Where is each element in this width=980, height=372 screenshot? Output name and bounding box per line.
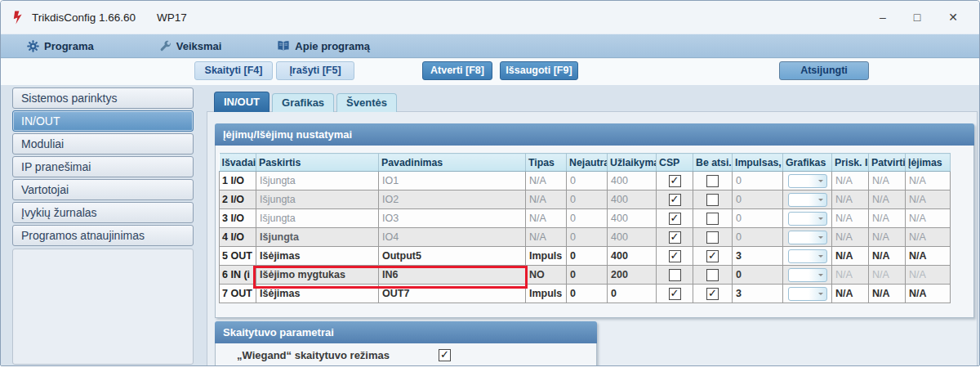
delay-cell-container[interactable]: 400: [608, 190, 657, 209]
delay-cell-container[interactable]: 400: [608, 172, 657, 190]
sensitivity-cell-container[interactable]: 0: [567, 247, 608, 266]
tab-grafikas[interactable]: Grafikas: [272, 93, 334, 112]
no-ack-checkbox-container[interactable]: [693, 247, 733, 266]
pulse-cell-container[interactable]: 0: [733, 209, 783, 228]
no-ack-checkbox-container[interactable]: [693, 285, 733, 303]
name-cell-container[interactable]: IO1: [379, 172, 526, 190]
sensitivity-cell-container[interactable]: 0: [567, 285, 608, 303]
purpose-cell-container[interactable]: Išjungta: [256, 190, 379, 209]
disconnect-button[interactable]: Atsijungti: [779, 61, 869, 80]
pulse-cell-container[interactable]: 0: [733, 228, 783, 247]
csp-checkbox-container[interactable]: [657, 247, 693, 266]
purpose-cell-container[interactable]: Išjungta: [256, 172, 379, 190]
sensitivity-cell-container[interactable]: 0: [567, 190, 608, 209]
sidebar-item-programos-atnaujinimas[interactable]: Programos atnaujinimas: [12, 225, 194, 246]
csp-checkbox[interactable]: [669, 194, 681, 206]
open-button[interactable]: Atverti [F8]: [422, 61, 492, 80]
csp-checkbox-container[interactable]: [657, 266, 693, 285]
csp-checkbox[interactable]: [669, 213, 681, 225]
grafikas-dropdown[interactable]: [788, 249, 827, 263]
sensitivity-cell-container[interactable]: 0: [567, 266, 608, 285]
grafikas-dropdown-container[interactable]: [783, 190, 832, 209]
no-ack-checkbox-container[interactable]: [693, 209, 733, 228]
grafikas-dropdown-container[interactable]: [783, 266, 832, 285]
csp-checkbox-container[interactable]: [657, 190, 693, 209]
grafikas-dropdown-container[interactable]: [783, 247, 832, 266]
delay-cell-container[interactable]: 400: [608, 209, 657, 228]
type-cell-container[interactable]: NO: [526, 266, 567, 285]
delay-cell-container[interactable]: 400: [608, 247, 657, 266]
name-cell-container[interactable]: IN6: [379, 266, 526, 285]
no-ack-checkbox-container[interactable]: [693, 228, 733, 247]
no-ack-checkbox[interactable]: [706, 213, 719, 225]
sensitivity-cell-container[interactable]: 0: [567, 228, 608, 247]
purpose-cell-container[interactable]: Išėjimas: [256, 247, 379, 266]
csp-checkbox[interactable]: [669, 269, 681, 281]
sidebar-item-sistemos-parinktys[interactable]: Sistemos parinktys: [12, 87, 194, 109]
wiegand-mode-checkbox[interactable]: [439, 349, 451, 361]
csp-checkbox-container[interactable]: [657, 285, 693, 303]
sensitivity-cell-container[interactable]: 0: [567, 209, 608, 228]
pulse-cell-container[interactable]: 0: [733, 266, 783, 285]
no-ack-checkbox[interactable]: [706, 269, 719, 281]
no-ack-checkbox-container[interactable]: [693, 266, 733, 285]
name-cell-container[interactable]: IO3: [379, 209, 526, 228]
csp-checkbox[interactable]: [669, 288, 681, 300]
purpose-cell-container[interactable]: Išjungta: [256, 209, 379, 228]
menu-item-veiksmai[interactable]: Veiksmai: [148, 34, 234, 57]
read-button[interactable]: Skaityti [F4]: [194, 61, 273, 80]
grafikas-dropdown[interactable]: [788, 287, 827, 301]
type-cell-container[interactable]: Impuls: [526, 247, 567, 266]
delay-cell-container[interactable]: 400: [608, 228, 657, 247]
type-cell-container[interactable]: N/A: [526, 172, 567, 190]
write-button[interactable]: Įrašyti [F5]: [276, 61, 354, 80]
name-cell-container[interactable]: IO4: [379, 228, 526, 247]
sidebar-item-in-out[interactable]: IN/OUT: [12, 110, 194, 132]
sidebar-item-moduliai[interactable]: Moduliai: [12, 133, 194, 155]
purpose-cell-container[interactable]: Išjungta: [256, 228, 379, 247]
no-ack-checkbox[interactable]: [706, 231, 719, 244]
name-cell-container[interactable]: IO2: [379, 190, 526, 209]
type-cell-container[interactable]: N/A: [526, 190, 567, 209]
minimize-button[interactable]: –: [880, 11, 886, 23]
purpose-cell-container[interactable]: Išėjimo mygtukas: [256, 266, 379, 285]
grafikas-dropdown[interactable]: [788, 212, 827, 226]
grafikas-dropdown-container[interactable]: [783, 209, 832, 228]
pulse-cell-container[interactable]: 3: [733, 285, 783, 303]
csp-checkbox[interactable]: [669, 175, 681, 187]
grafikas-dropdown[interactable]: [788, 268, 827, 282]
csp-checkbox-container[interactable]: [657, 172, 693, 190]
type-cell-container[interactable]: Impuls: [526, 285, 567, 303]
sidebar-item-ivykiu-zurnalas[interactable]: Įvykių žurnalas: [12, 202, 194, 223]
no-ack-checkbox[interactable]: [706, 194, 719, 206]
pulse-cell-container[interactable]: 3: [733, 247, 783, 266]
csp-checkbox[interactable]: [669, 250, 681, 262]
sensitivity-cell-container[interactable]: 0: [567, 172, 608, 190]
save-button[interactable]: Išsaugoti [F9]: [500, 61, 578, 80]
grafikas-dropdown-container[interactable]: [783, 228, 832, 247]
no-ack-checkbox[interactable]: [706, 250, 719, 262]
sidebar-item-ip-pranesimai[interactable]: IP pranešimai: [12, 156, 194, 177]
csp-checkbox-container[interactable]: [657, 228, 693, 247]
csp-checkbox[interactable]: [669, 231, 681, 244]
menu-item-programa[interactable]: Programa: [16, 34, 105, 57]
menu-item-apie-programa[interactable]: Apie programą: [265, 34, 381, 57]
no-ack-checkbox-container[interactable]: [693, 172, 733, 190]
grafikas-dropdown[interactable]: [788, 174, 827, 188]
grafikas-dropdown[interactable]: [788, 193, 827, 207]
type-cell-container[interactable]: N/A: [526, 228, 567, 247]
pulse-cell-container[interactable]: 0: [733, 190, 783, 209]
tab-in-out[interactable]: IN/OUT: [214, 92, 270, 112]
sidebar-item-vartotojai[interactable]: Vartotojai: [12, 179, 194, 200]
delay-cell-container[interactable]: 0: [608, 285, 657, 303]
no-ack-checkbox[interactable]: [706, 288, 719, 300]
close-button[interactable]: ✕: [948, 11, 958, 23]
pulse-cell-container[interactable]: 0: [733, 172, 783, 190]
no-ack-checkbox-container[interactable]: [693, 190, 733, 209]
no-ack-checkbox[interactable]: [706, 175, 719, 187]
type-cell-container[interactable]: N/A: [526, 209, 567, 228]
tab-sventes[interactable]: Šventės: [336, 93, 397, 112]
name-cell-container[interactable]: Output5: [379, 247, 526, 266]
grafikas-dropdown[interactable]: [788, 231, 827, 244]
purpose-cell-container[interactable]: Išėjimas: [256, 285, 379, 303]
